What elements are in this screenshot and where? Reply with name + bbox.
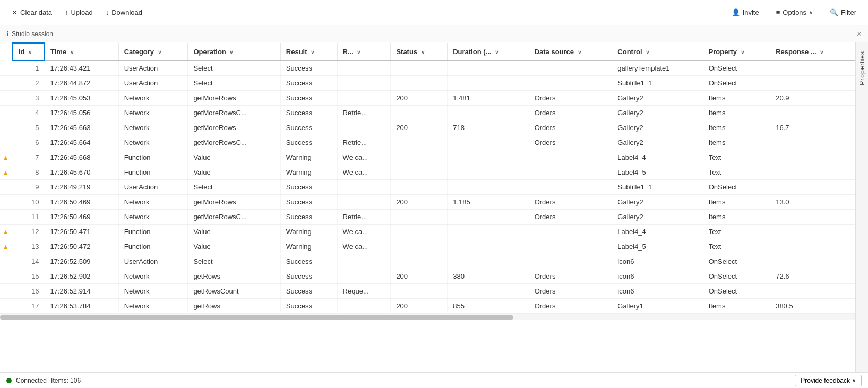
time-cell: 17:26:49.219 [45,180,118,195]
warning-cell [0,91,13,106]
horizontal-scrollbar[interactable] [0,314,855,320]
control-cell: Gallery1 [612,299,703,314]
table-row[interactable]: ▲817:26:45.670FunctionValueWarningWe ca.… [0,165,855,180]
duration-cell [448,165,529,180]
col-header-category[interactable]: Category ∨ [118,43,188,61]
col-header-status[interactable]: Status ∨ [391,43,448,61]
table-row[interactable]: 217:26:44.872UserActionSelectSuccessSubt… [0,76,855,91]
download-icon: ↓ [106,8,109,16]
download-button[interactable]: ↓ Download [100,6,148,19]
feedback-button[interactable]: Provide feedback ∨ [795,375,862,386]
time-cell: 17:26:50.472 [45,239,118,254]
table-row[interactable]: 1717:26:53.784NetworkgetRowsSuccess20085… [0,299,855,314]
status-cell [391,225,448,239]
sort-icon: ∨ [646,49,649,55]
category-cell: Network [118,91,188,106]
table-container[interactable]: Id ∨ Time ∨ Category ∨ Operation ∨ Resul… [0,42,855,372]
id-cell: 17 [13,299,45,314]
id-cell: 9 [13,180,45,195]
close-button[interactable]: × [857,29,862,39]
col-header-datasource[interactable]: Data source ∨ [529,43,612,61]
table-row[interactable]: 317:26:45.053NetworkgetMoreRowsSuccess20… [0,91,855,106]
table-row[interactable]: 417:26:45.056NetworkgetMoreRowsC...Succe… [0,106,855,120]
response-cell: 13.0 [770,195,855,210]
col-header-control[interactable]: Control ∨ [612,43,703,61]
table-row[interactable]: ▲1317:26:50.472FunctionValueWarningWe ca… [0,239,855,254]
operation-cell: Value [188,225,280,239]
table-row[interactable]: 1517:26:52.902NetworkgetRowsSuccess20038… [0,269,855,284]
properties-panel-label: Properties [856,47,868,90]
options-button[interactable]: ≡ Options ∨ [771,6,818,19]
time-cell: 17:26:45.664 [45,135,118,150]
table-header: Id ∨ Time ∨ Category ∨ Operation ∨ Resul… [0,43,855,61]
status-left: Connected Items: 106 [6,377,81,384]
id-cell: 13 [13,239,45,254]
filter-button[interactable]: 🔍 Filter [824,6,862,19]
clear-icon: ✕ [12,8,18,16]
category-cell: Network [118,135,188,150]
clear-data-button[interactable]: ✕ Clear data [6,6,57,19]
r-cell [337,254,391,269]
table-row[interactable]: 1417:26:52.509UserActionSelectSuccessico… [0,254,855,269]
control-cell: galleryTemplate1 [612,61,703,76]
datasource-cell: Orders [529,299,612,314]
col-header-r[interactable]: R... ∨ [337,43,391,61]
warning-icon: ▲ [3,169,9,176]
duration-cell: 1,185 [448,195,529,210]
category-cell: Network [118,120,188,135]
datasource-cell: Orders [529,284,612,299]
items-count: Items: 106 [51,377,81,384]
col-header-operation[interactable]: Operation ∨ [188,43,280,61]
r-cell: We ca... [337,239,391,254]
col-header-response[interactable]: Response ... ∨ [770,43,855,61]
upload-button[interactable]: ↑ Upload [59,6,98,19]
properties-panel[interactable]: Properties [855,42,868,372]
r-cell [337,76,391,91]
result-cell: Success [280,61,337,76]
property-cell: Text [703,225,770,239]
warning-cell [0,284,13,299]
status-cell: 200 [391,195,448,210]
result-cell: Warning [280,165,337,180]
warning-cell [0,120,13,135]
connected-indicator [6,378,12,383]
warning-cell [0,195,13,210]
property-cell: Items [703,91,770,106]
sort-icon: ∨ [158,49,161,55]
id-cell: 11 [13,210,45,225]
invite-button[interactable]: 👤 Invite [726,6,764,19]
col-header-result[interactable]: Result ∨ [280,43,337,61]
table-row[interactable]: 117:26:43.421UserActionSelectSuccessgall… [0,61,855,76]
property-cell: Text [703,239,770,254]
sort-icon: ∨ [495,49,499,55]
col-header-time[interactable]: Time ∨ [45,43,118,61]
table-row[interactable]: 617:26:45.664NetworkgetMoreRowsC...Succe… [0,135,855,150]
control-cell: Gallery2 [612,210,703,225]
sort-icon: ∨ [70,49,74,55]
sort-icon: ∨ [229,49,233,55]
col-header-property[interactable]: Property ∨ [703,43,770,61]
id-cell: 5 [13,120,45,135]
datasource-cell [529,61,612,76]
result-cell: Success [280,210,337,225]
operation-cell: getRows [188,269,280,284]
warning-cell: ▲ [0,165,13,180]
response-cell [770,106,855,120]
toolbar-right: 👤 Invite ≡ Options ∨ 🔍 Filter [726,6,862,19]
col-header-duration[interactable]: Duration (... ∨ [448,43,529,61]
datasource-cell: Orders [529,135,612,150]
col-header-id[interactable]: Id ∨ [13,43,45,61]
table-row[interactable]: 917:26:49.219UserActionSelectSuccessSubt… [0,180,855,195]
status-cell [391,135,448,150]
property-cell: OnSelect [703,61,770,76]
sort-icon: ∨ [357,49,360,55]
table-row[interactable]: 1117:26:50.469NetworkgetMoreRowsC...Succ… [0,210,855,225]
r-cell: Reque... [337,284,391,299]
sort-icon: ∨ [578,49,581,55]
table-row[interactable]: ▲1217:26:50.471FunctionValueWarningWe ca… [0,225,855,239]
table-row[interactable]: 517:26:45.663NetworkgetMoreRowsSuccess20… [0,120,855,135]
id-cell: 8 [13,165,45,180]
table-row[interactable]: 1017:26:50.469NetworkgetMoreRowsSuccess2… [0,195,855,210]
table-row[interactable]: 1617:26:52.914NetworkgetRowsCountSuccess… [0,284,855,299]
table-row[interactable]: ▲717:26:45.668FunctionValueWarningWe ca.… [0,150,855,165]
